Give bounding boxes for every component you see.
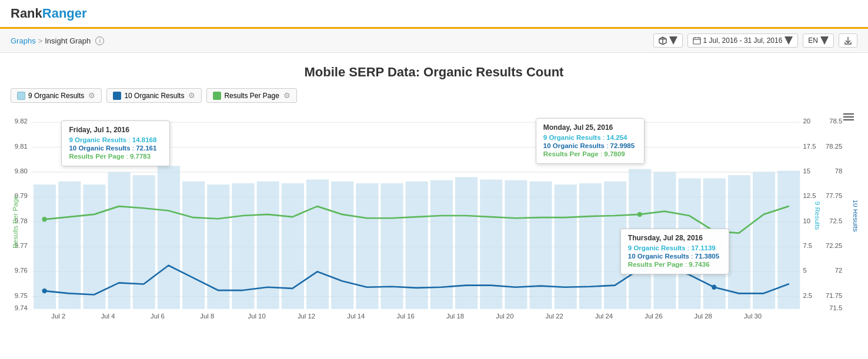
date-range-label: 1 Jul, 2016 - 31 Jul, 2016 — [703, 36, 783, 45]
legend-color-nine — [17, 92, 25, 100]
svg-text:78: 78 — [835, 167, 843, 175]
svg-rect-47 — [108, 172, 131, 309]
language-label: EN — [808, 36, 818, 45]
svg-text:71.5: 71.5 — [829, 304, 842, 311]
svg-rect-49 — [158, 166, 180, 309]
svg-text:72: 72 — [835, 267, 843, 274]
svg-text:Jul 12: Jul 12 — [298, 313, 315, 320]
hamburger-line-2 — [843, 116, 854, 118]
breadcrumb-graphs[interactable]: Graphs — [11, 36, 36, 45]
breadcrumb: Graphs > Insight Graph i — [11, 36, 104, 45]
logo-rank: Rank — [11, 6, 42, 21]
svg-rect-53 — [257, 182, 279, 309]
svg-text:17.5: 17.5 — [803, 143, 816, 150]
hamburger-line-3 — [843, 119, 854, 120]
svg-text:9.74: 9.74 — [15, 304, 28, 311]
svg-text:Jul 18: Jul 18 — [446, 313, 464, 320]
point-jul1-blue — [42, 288, 46, 293]
svg-text:Jul 4: Jul 4 — [101, 313, 115, 320]
point-jul25-blue — [637, 267, 642, 271]
point-jul25-green — [637, 212, 642, 217]
logo-ranger: Ranger — [42, 6, 87, 21]
toolbar: Graphs > Insight Graph i 1 Jul, 2016 - 3… — [0, 29, 868, 53]
svg-text:78.25: 78.25 — [826, 143, 842, 150]
svg-rect-45 — [58, 182, 81, 309]
svg-text:Jul 30: Jul 30 — [744, 313, 762, 320]
svg-marker-8 — [820, 36, 829, 45]
legend: 9 Organic Results ⚙ 10 Organic Results ⚙… — [11, 88, 857, 103]
legend-color-ten — [113, 92, 121, 100]
svg-rect-70 — [679, 178, 701, 308]
svg-text:Jul 6: Jul 6 — [151, 313, 165, 320]
svg-rect-3 — [693, 38, 700, 44]
svg-text:Jul 28: Jul 28 — [695, 313, 712, 320]
date-range-button[interactable]: 1 Jul, 2016 - 31 Jul, 2016 — [687, 33, 799, 48]
legend-results-per-page[interactable]: Results Per Page ⚙ — [206, 88, 296, 103]
svg-text:Jul 10: Jul 10 — [248, 313, 266, 320]
svg-text:9.80: 9.80 — [15, 167, 28, 175]
svg-rect-61 — [455, 177, 478, 308]
svg-rect-74 — [777, 171, 800, 309]
legend-nine-organic[interactable]: 9 Organic Results ⚙ — [11, 88, 102, 103]
svg-rect-56 — [331, 182, 353, 309]
cube-icon — [659, 36, 667, 45]
svg-text:10: 10 — [803, 217, 810, 224]
toolbar-right: 1 Jul, 2016 - 31 Jul, 2016 EN — [653, 33, 857, 48]
svg-text:Jul 2: Jul 2 — [51, 313, 65, 320]
point-jul28-blue — [712, 285, 716, 290]
svg-rect-68 — [629, 169, 651, 309]
download-button[interactable] — [839, 33, 857, 48]
svg-text:Jul 24: Jul 24 — [595, 313, 613, 320]
svg-text:9.82: 9.82 — [15, 118, 28, 125]
svg-text:10 Results: 10 Results — [852, 200, 857, 232]
svg-text:Results Per Page: Results Per Page — [12, 195, 19, 249]
point-jul28-green — [712, 229, 716, 233]
svg-text:Jul 20: Jul 20 — [496, 313, 513, 320]
legend-ten-organic[interactable]: 10 Organic Results ⚙ — [106, 88, 202, 103]
svg-text:71.75: 71.75 — [826, 292, 842, 299]
svg-rect-73 — [753, 172, 775, 309]
language-button[interactable]: EN — [803, 33, 834, 48]
svg-rect-50 — [182, 182, 205, 309]
legend-color-rpp — [213, 92, 221, 100]
date-dropdown-icon — [784, 36, 793, 45]
logo: RankRanger — [11, 6, 87, 21]
breadcrumb-separator: > — [38, 36, 43, 45]
info-icon[interactable]: i — [95, 36, 104, 45]
svg-text:Jul 22: Jul 22 — [546, 313, 563, 320]
svg-text:15: 15 — [803, 167, 810, 175]
svg-text:72.25: 72.25 — [826, 242, 842, 249]
svg-marker-2 — [669, 36, 677, 45]
svg-rect-69 — [653, 172, 676, 309]
svg-rect-62 — [480, 180, 502, 309]
svg-marker-7 — [784, 36, 793, 45]
svg-rect-58 — [380, 183, 403, 309]
svg-rect-72 — [728, 175, 750, 309]
svg-text:5: 5 — [803, 267, 806, 274]
svg-rect-64 — [530, 182, 552, 309]
cube-button[interactable] — [653, 33, 683, 48]
svg-text:20: 20 — [803, 118, 810, 125]
gear-icon-ten[interactable]: ⚙ — [188, 91, 195, 100]
svg-rect-60 — [430, 180, 453, 309]
svg-rect-54 — [282, 183, 304, 309]
chart-menu-button[interactable] — [841, 111, 856, 123]
svg-rect-48 — [133, 175, 155, 309]
svg-rect-57 — [356, 183, 378, 309]
svg-rect-55 — [306, 180, 329, 309]
chart-svg: 9.82 9.81 9.80 9.79 9.78 9.77 9.76 9.75 … — [11, 110, 857, 321]
gear-icon-nine[interactable]: ⚙ — [88, 91, 95, 100]
svg-rect-65 — [555, 184, 577, 309]
header: RankRanger — [0, 0, 868, 29]
legend-label-rpp: Results Per Page — [224, 92, 279, 100]
breadcrumb-current: Insight Graph — [45, 36, 91, 45]
svg-text:Jul 16: Jul 16 — [397, 313, 415, 320]
svg-rect-59 — [406, 182, 428, 309]
point-jul1-green — [42, 217, 46, 222]
lang-dropdown-icon — [820, 36, 829, 45]
chart-title: Mobile SERP Data: Organic Results Count — [11, 65, 857, 80]
gear-icon-rpp[interactable]: ⚙ — [283, 91, 291, 100]
svg-text:Jul 14: Jul 14 — [347, 313, 365, 320]
chart-wrapper: 9.82 9.81 9.80 9.79 9.78 9.77 9.76 9.75 … — [11, 110, 857, 321]
svg-rect-67 — [604, 182, 626, 309]
